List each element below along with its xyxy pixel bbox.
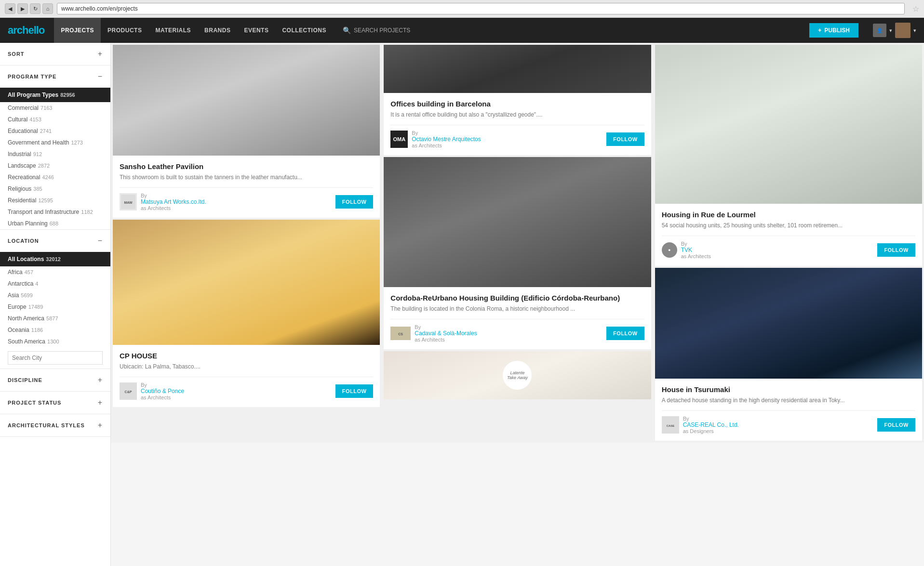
home-button[interactable]: ⌂	[42, 3, 53, 14]
project-title-cp-house[interactable]: CP HOUSE	[120, 352, 373, 360]
avatar-dropdown-arrow[interactable]: ▾	[913, 27, 916, 34]
publish-button[interactable]: + PUBLISH	[809, 23, 858, 38]
firm-logo-tsurumaki: CASE	[662, 416, 679, 434]
project-image-sansho[interactable]	[113, 45, 380, 156]
logo-text: archello	[8, 24, 44, 36]
filter-residential[interactable]: Residential 12595	[0, 195, 110, 206]
filter-commercial[interactable]: Commercial 7163	[0, 102, 110, 114]
filter-north-america[interactable]: North America 5877	[0, 313, 110, 324]
nav-materials[interactable]: MATERIALS	[148, 18, 198, 43]
url-bar[interactable]	[57, 3, 905, 14]
filter-count: 457	[25, 269, 33, 275]
filter-religious[interactable]: Religious 385	[0, 183, 110, 195]
firm-name-cordoba[interactable]: Cadaval & Solà-Morales	[415, 330, 603, 337]
filter-count: 4246	[42, 174, 54, 180]
project-status-label: PROJECT STATUS	[8, 400, 61, 406]
project-image-offices[interactable]	[384, 45, 651, 93]
arch-styles-header[interactable]: ARCHITECTURAL STYLES +	[0, 414, 110, 436]
forward-button[interactable]: ▶	[17, 3, 28, 14]
search-label[interactable]: SEARCH PROJECTS	[354, 27, 410, 34]
filter-all-locations[interactable]: All Locations 32012	[0, 252, 110, 266]
project-status-header[interactable]: PROJECT STATUS +	[0, 392, 110, 414]
filter-label: Cultural	[8, 116, 27, 123]
filter-oceania[interactable]: Oceania 1186	[0, 324, 110, 336]
nav-collections[interactable]: COLLECTIONS	[275, 18, 333, 43]
firm-name-housing[interactable]: TVK	[681, 247, 874, 253]
project-desc-tsurumaki: A detached house standing in the high de…	[662, 396, 915, 405]
avatar[interactable]	[895, 23, 911, 38]
filter-antarctica[interactable]: Antarctica 4	[0, 278, 110, 290]
filter-label: Educational	[8, 128, 38, 134]
svg-text:C&P: C&P	[125, 390, 132, 394]
program-type-header[interactable]: PROGRAM TYPE −	[0, 66, 110, 88]
filter-south-america[interactable]: South America 1300	[0, 336, 110, 347]
arch-styles-label: ARCHITECTURAL STYLES	[8, 422, 85, 428]
logo[interactable]: archello	[8, 24, 44, 37]
project-image-cordoba[interactable]	[384, 157, 651, 287]
discipline-header[interactable]: DISCIPLINE +	[0, 369, 110, 391]
filter-label: Asia	[8, 292, 19, 299]
nav-brands[interactable]: BRANDS	[198, 18, 237, 43]
filter-recreational[interactable]: Recreational 4246	[0, 171, 110, 183]
browser-chrome: ◀ ▶ ↻ ⌂ ☆	[0, 0, 924, 18]
bookmark-icon[interactable]: ☆	[912, 4, 919, 13]
filter-cultural[interactable]: Cultural 4153	[0, 114, 110, 125]
nav-buttons[interactable]: ◀ ▶ ↻ ⌂	[5, 3, 53, 14]
nav-projects[interactable]: PROJECTS	[54, 18, 101, 43]
back-button[interactable]: ◀	[5, 3, 15, 14]
search-area[interactable]: 🔍 SEARCH PROJECTS	[343, 26, 410, 34]
main-layout: SORT + PROGRAM TYPE − All Program Types …	[0, 43, 924, 566]
location-header[interactable]: LOCATION −	[0, 230, 110, 252]
firm-name-offices[interactable]: Octavio Mestre Arquitectos	[412, 136, 603, 143]
firm-name-cp[interactable]: Coutiño & Ponce	[141, 388, 332, 395]
user-icon: 👤	[873, 24, 886, 37]
program-type-toggle-icon: −	[98, 72, 103, 81]
follow-button-cp[interactable]: FOLLOW	[335, 384, 374, 398]
project-title-housing[interactable]: Housing in Rue de Lourmel	[662, 211, 915, 219]
filter-label: Residential	[8, 197, 36, 204]
user-area[interactable]: 👤 ▾ ▾	[873, 23, 916, 38]
follow-button-housing[interactable]: FOLLOW	[877, 243, 915, 257]
filter-asia[interactable]: Asia 5699	[0, 290, 110, 301]
project-image-housing[interactable]	[655, 45, 922, 204]
project-title-sansho[interactable]: Sansho Leather Pavilion	[120, 162, 373, 171]
project-image-tsurumaki[interactable]	[655, 268, 922, 379]
publish-icon: +	[818, 27, 821, 34]
project-title-cordoba[interactable]: Cordoba-ReUrbano Housing Building (Edifi…	[390, 294, 644, 302]
user-dropdown-arrow[interactable]: ▾	[889, 27, 892, 34]
filter-educational[interactable]: Educational 2741	[0, 125, 110, 137]
filter-count: 1273	[71, 140, 82, 145]
filter-africa[interactable]: Africa 457	[0, 266, 110, 278]
sort-toggle-icon: +	[98, 50, 103, 58]
filter-all-program-types[interactable]: All Program Types 82956	[0, 88, 110, 102]
filter-count: 7163	[40, 105, 52, 111]
filter-transport[interactable]: Transport and Infrastructure 1182	[0, 206, 110, 218]
search-city-input[interactable]	[8, 351, 103, 365]
project-desc-offices: It is a rental office building but also …	[390, 111, 644, 119]
refresh-button[interactable]: ↻	[30, 3, 40, 14]
filter-count: 1300	[47, 339, 59, 344]
firm-by-cordoba: By	[415, 324, 603, 330]
follow-button-sansho[interactable]: FOLLOW	[335, 195, 374, 209]
filter-landscape[interactable]: Landscape 2872	[0, 160, 110, 171]
firm-role-offices: as Architects	[412, 143, 603, 148]
filter-europe[interactable]: Europe 17489	[0, 301, 110, 313]
project-title-tsurumaki[interactable]: House in Tsurumaki	[662, 385, 915, 394]
firm-name-sansho[interactable]: Matsuya Art Works.co.ltd.	[141, 198, 332, 205]
follow-button-tsurumaki[interactable]: FOLLOW	[877, 418, 915, 432]
filter-urban-planning[interactable]: Urban Planning 688	[0, 218, 110, 229]
sort-header[interactable]: SORT +	[0, 43, 110, 65]
project-image-cp-house[interactable]	[113, 220, 380, 345]
project-title-offices[interactable]: Offices building in Barcelona	[390, 100, 644, 108]
filter-label: Commercial	[8, 105, 39, 111]
firm-by-offices: By	[412, 130, 603, 136]
follow-button-cordoba[interactable]: FOLLOW	[606, 327, 644, 340]
discipline-toggle-icon: +	[98, 376, 103, 384]
nav-products[interactable]: PRODUCTS	[101, 18, 148, 43]
nav-events[interactable]: EVENTS	[237, 18, 275, 43]
filter-government[interactable]: Government and Health 1273	[0, 137, 110, 148]
filter-industrial[interactable]: Industrial 912	[0, 148, 110, 160]
follow-button-offices[interactable]: FOLLOW	[606, 132, 644, 146]
project-image-latente[interactable]: LatenteTake Away	[384, 351, 651, 399]
firm-name-tsurumaki[interactable]: CASE-REAL Co., Ltd.	[683, 421, 874, 428]
